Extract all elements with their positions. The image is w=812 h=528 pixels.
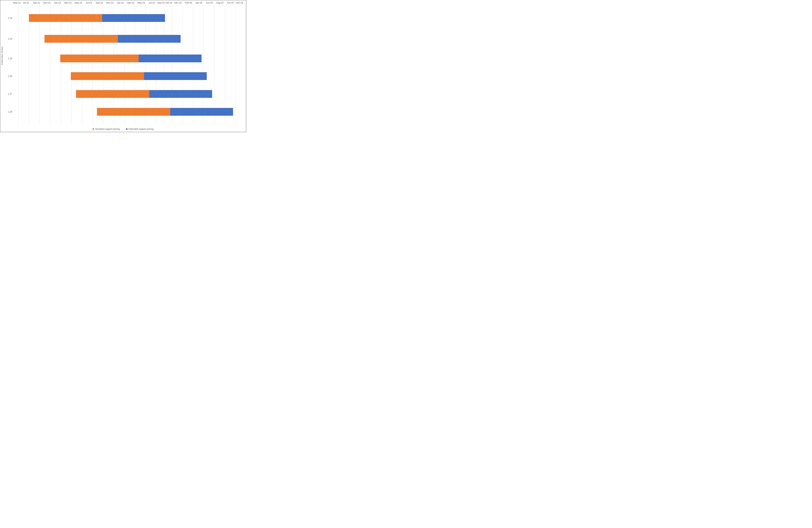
- x-tick-label: Aug-25: [215, 1, 225, 5]
- y-category-label: 1.23: [4, 17, 12, 19]
- legend-item-standard: Standard support pricing: [92, 128, 120, 130]
- x-tick-label: Sep-23: [94, 1, 105, 5]
- bar-row-1-24: 1.24: [13, 35, 244, 43]
- x-tick-label: Sep-24: [157, 1, 165, 5]
- bar-segment-standard: [97, 108, 170, 116]
- x-tick-label: Jun-25: [204, 1, 215, 5]
- x-tick-label: May-24: [136, 1, 147, 5]
- bar-segment-extended: [139, 55, 202, 62]
- x-tick-label: Jul-24: [146, 1, 157, 5]
- x-tick-label: Jan-24: [115, 1, 126, 5]
- legend-label-extended: Extended support pricing: [129, 128, 154, 130]
- x-tick-label: Feb-25: [183, 1, 194, 5]
- x-tick-label: May-23: [73, 1, 84, 5]
- bar-segment-standard: [44, 35, 118, 43]
- bar-segment-standard: [29, 14, 102, 22]
- legend-swatch-extended-icon: [126, 129, 128, 130]
- bar-row-1-26: 1.26: [13, 72, 244, 80]
- x-tick-label: Dec-25: [236, 1, 244, 5]
- x-tick-label: Oct-24: [165, 1, 173, 5]
- plot-area: 1.231.241.251.261.271.28: [13, 6, 244, 124]
- y-category-label: 1.26: [4, 75, 12, 77]
- x-tick-label: Oct-25: [225, 1, 236, 5]
- bar-segment-standard: [71, 72, 144, 80]
- bar-segment-extended: [144, 72, 207, 80]
- x-tick-label: Nov-23: [105, 1, 115, 5]
- legend-swatch-standard-icon: [92, 129, 94, 130]
- chart-frame: Kubernetes Version May-22Jul-22Sep-22Nov…: [0, 0, 246, 132]
- x-tick-label: Jul-23: [84, 1, 94, 5]
- y-category-label: 1.27: [4, 93, 12, 95]
- bar-segment-extended: [149, 90, 212, 98]
- bar-row-1-28: 1.28: [13, 108, 244, 116]
- gridlines: [13, 6, 244, 124]
- legend: Standard support pricing Extended suppor…: [0, 128, 246, 130]
- x-axis-tick-labels: May-22Jul-22Sep-22Nov-22Jan-23Mar-23May-…: [13, 1, 244, 5]
- x-tick-label: Dec-24: [173, 1, 183, 5]
- bar-segment-extended: [118, 35, 181, 43]
- bar-segment-standard: [60, 55, 139, 62]
- bar-segment-extended: [102, 14, 165, 22]
- x-tick-label: Apr-25: [193, 1, 204, 5]
- bar-row-1-25: 1.25: [13, 55, 244, 62]
- x-tick-label: Nov-22: [42, 1, 52, 5]
- x-tick-label: Mar-24: [126, 1, 136, 5]
- legend-label-standard: Standard support pricing: [95, 128, 120, 130]
- bar-row-1-27: 1.27: [13, 90, 244, 98]
- x-tick-label: Jul-22: [21, 1, 31, 5]
- y-axis-title: Kubernetes Version: [1, 46, 3, 65]
- x-tick-label: May-22: [13, 1, 21, 5]
- bar-segment-extended: [170, 108, 233, 116]
- bar-row-1-23: 1.23: [13, 14, 244, 22]
- y-category-label: 1.24: [4, 37, 12, 40]
- bar-segment-standard: [76, 90, 149, 98]
- y-category-label: 1.25: [4, 57, 12, 60]
- x-tick-label: Jan-23: [52, 1, 63, 5]
- x-tick-label: Mar-23: [63, 1, 73, 5]
- legend-item-extended: Extended support pricing: [126, 128, 154, 130]
- x-tick-label: Sep-22: [31, 1, 42, 5]
- y-category-label: 1.28: [4, 110, 12, 113]
